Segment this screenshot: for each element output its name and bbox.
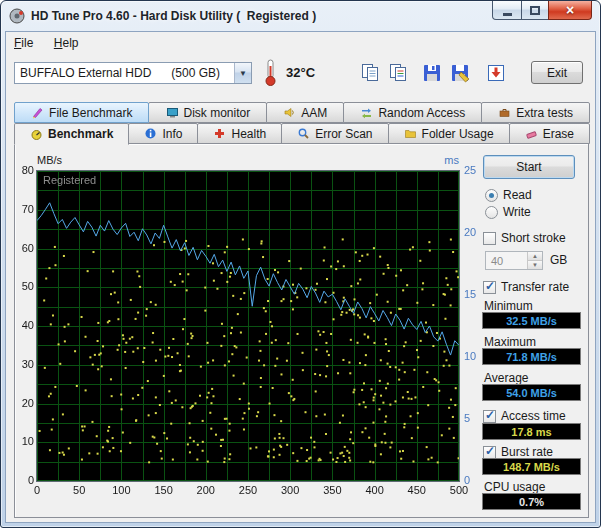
info-icon: [144, 127, 157, 140]
minimum-value: 32.5 MB/s: [482, 312, 581, 329]
tab-random-access[interactable]: Random Access: [343, 102, 482, 123]
drive-select-combo[interactable]: BUFFALO External HDD (500 GB) ▼: [14, 62, 252, 84]
window-controls: ×: [493, 1, 592, 20]
benchmark-plot-canvas: [37, 171, 459, 481]
client-area: File Help BUFFALO External HDD (500 GB) …: [5, 31, 596, 523]
tab-file-benchmark[interactable]: File Benchmark: [14, 102, 149, 123]
write-radio[interactable]: [485, 206, 498, 219]
y-axis-left-unit: MB/s: [37, 154, 62, 166]
transfer-rate-label: Transfer rate: [501, 280, 569, 294]
save-screenshot-button[interactable]: [418, 59, 446, 87]
read-radio[interactable]: [485, 189, 498, 202]
extra-tests-icon: [498, 106, 511, 119]
tab-health[interactable]: Health: [197, 123, 282, 144]
y-axis-right-unit: ms: [434, 154, 459, 166]
spinner-up-button[interactable]: ▲: [528, 252, 542, 261]
write-radio-label: Write: [503, 205, 531, 219]
exit-button[interactable]: Exit: [531, 61, 583, 84]
copy-text-button[interactable]: [384, 59, 412, 87]
file-benchmark-icon: [31, 106, 44, 119]
maximum-label: Maximum: [484, 335, 536, 349]
burst-rate-checkbox[interactable]: [483, 446, 496, 459]
spinner-down-button[interactable]: ▼: [528, 261, 542, 269]
disk-monitor-icon: [166, 106, 179, 119]
access-time-checkbox[interactable]: [483, 410, 496, 423]
tab-label: Folder Usage: [422, 127, 494, 141]
tab-folder-usage[interactable]: Folder Usage: [388, 123, 510, 144]
transfer-rate-checkbox[interactable]: [483, 281, 496, 294]
short-stroke-unit: GB: [550, 253, 567, 267]
tab-benchmark[interactable]: Benchmark: [14, 123, 129, 145]
copy-screenshot-button[interactable]: [356, 59, 384, 87]
short-stroke-value: 40: [486, 252, 527, 269]
copy-screenshot-icon: [359, 62, 381, 84]
menu-help[interactable]: Help: [46, 32, 87, 53]
burst-rate-row: Burst rate: [483, 445, 553, 459]
spinner-buttons: ▲ ▼: [527, 252, 542, 269]
tab-disk-monitor[interactable]: Disk monitor: [148, 102, 267, 123]
tab-extra-tests[interactable]: Extra tests: [481, 102, 590, 123]
tab-label: Health: [231, 127, 266, 141]
close-icon: ×: [566, 3, 574, 17]
cpu-usage-label: CPU usage: [484, 480, 545, 494]
temperature-readout: 32°C: [286, 65, 315, 80]
start-button-label: Start: [516, 160, 541, 174]
access-time-value: 17.8 ms: [482, 423, 581, 440]
tab-label: Erase: [543, 127, 574, 141]
tab-erase[interactable]: Erase: [509, 123, 590, 144]
tab-row-secondary: File Benchmark Disk monitor AAM Random A…: [14, 102, 589, 123]
access-time-label: Access time: [501, 409, 566, 423]
tab-label: Error Scan: [315, 127, 372, 141]
tab-label: Info: [162, 127, 182, 141]
combo-dropdown-button[interactable]: ▼: [234, 63, 251, 83]
tab-label: Extra tests: [516, 106, 573, 120]
tab-error-scan[interactable]: Error Scan: [281, 123, 388, 144]
burst-rate-value: 148.7 MB/s: [482, 458, 581, 475]
folder-usage-icon: [404, 127, 417, 140]
short-stroke-spinner[interactable]: 40 ▲ ▼: [485, 251, 543, 270]
tab-label: AAM: [301, 106, 327, 120]
average-value: 54.0 MB/s: [482, 384, 581, 401]
short-stroke-row: Short stroke: [483, 231, 566, 245]
burst-rate-label: Burst rate: [501, 445, 553, 459]
maximum-value: 71.8 MB/s: [482, 348, 581, 365]
random-access-icon: [360, 106, 373, 119]
app-window: HD Tune Pro 4.60 - Hard Disk Utility ( R…: [0, 0, 601, 528]
tab-label: Random Access: [378, 106, 465, 120]
tab-aam[interactable]: AAM: [266, 102, 344, 123]
menu-file[interactable]: File: [6, 32, 41, 53]
tab-label: Disk monitor: [184, 106, 251, 120]
menu-bar: File Help: [6, 32, 595, 53]
thermometer-icon: [264, 58, 277, 86]
short-stroke-label: Short stroke: [501, 231, 566, 245]
exit-button-label: Exit: [547, 66, 567, 80]
benchmark-graph: [36, 170, 460, 482]
tab-row-primary: Benchmark Info Health Error Scan Folder …: [14, 123, 589, 144]
window-title: HD Tune Pro 4.60 - Hard Disk Utility ( R…: [31, 9, 316, 23]
update-icon: [485, 62, 507, 84]
maximize-icon: [530, 6, 540, 15]
maximize-button[interactable]: [521, 1, 549, 20]
minimize-button[interactable]: [492, 1, 522, 20]
short-stroke-checkbox[interactable]: [483, 232, 496, 245]
app-icon: [9, 8, 25, 24]
aam-icon: [283, 106, 296, 119]
save-text-button[interactable]: [446, 59, 474, 87]
tab-label: Benchmark: [48, 127, 113, 141]
minimize-icon: [503, 13, 512, 16]
minimum-label: Minimum: [484, 299, 533, 313]
tab-label: File Benchmark: [49, 106, 132, 120]
update-button[interactable]: [482, 59, 510, 87]
save-screenshot-icon: [421, 62, 443, 84]
save-text-icon: [449, 62, 471, 84]
erase-icon: [525, 127, 538, 140]
start-button[interactable]: Start: [483, 155, 575, 179]
tab-info[interactable]: Info: [128, 123, 198, 144]
error-scan-icon: [297, 127, 310, 140]
drive-select-value: BUFFALO External HDD (500 GB): [15, 66, 234, 80]
cpu-usage-value: 0.7%: [482, 493, 581, 510]
average-label: Average: [484, 371, 528, 385]
benchmark-icon: [30, 128, 43, 141]
close-button[interactable]: ×: [548, 1, 592, 20]
copy-text-icon: [387, 62, 409, 84]
